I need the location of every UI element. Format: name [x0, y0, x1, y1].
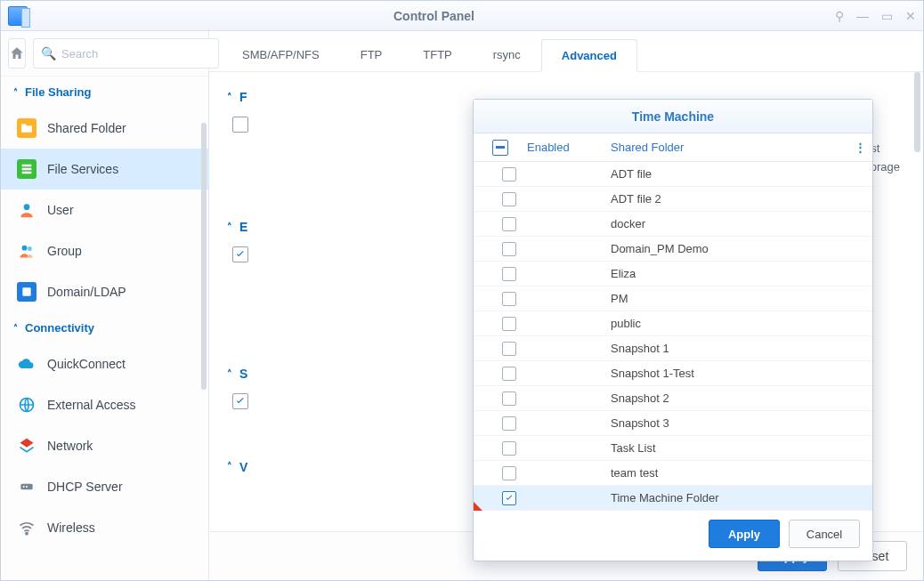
row-folder-name: PM: [607, 292, 872, 305]
globe-icon: [17, 395, 36, 415]
sidebar-item-label: Shared Folder: [47, 121, 126, 135]
dialog-apply-button[interactable]: Apply: [709, 520, 780, 548]
row-folder-name: Snapshot 3: [607, 416, 872, 430]
search-field[interactable]: 🔍: [33, 38, 219, 69]
row-checkbox[interactable]: [502, 192, 516, 206]
svg-point-0: [24, 204, 30, 210]
table-row[interactable]: Task List: [474, 436, 872, 461]
sidebar-group-label: File Sharing: [25, 85, 91, 99]
row-folder-name: Time Machine Folder: [607, 491, 872, 504]
row-folder-name: Snapshot 1-Test: [607, 367, 872, 380]
dhcp-icon: [17, 477, 36, 496]
sidebar-item-network[interactable]: Network: [1, 425, 208, 466]
sidebar-group-connectivity[interactable]: ˄ Connectivity: [1, 312, 208, 343]
group-icon: [17, 241, 36, 261]
row-checkbox[interactable]: [502, 466, 516, 480]
row-checkbox[interactable]: [502, 267, 516, 281]
dialog-footer: Apply Cancel: [474, 511, 872, 561]
pin-icon[interactable]: ⚲: [835, 9, 844, 23]
dialog-title: Time Machine: [474, 100, 872, 133]
row-checkbox[interactable]: [502, 242, 516, 256]
dialog-cancel-button[interactable]: Cancel: [789, 520, 860, 548]
table-row[interactable]: Snapshot 1: [474, 336, 872, 361]
table-row[interactable]: docker: [474, 212, 872, 237]
row-checkbox[interactable]: [502, 391, 516, 406]
row-checkbox[interactable]: [502, 416, 516, 431]
svg-point-6: [23, 486, 25, 488]
table-row[interactable]: ADT file 2: [474, 187, 872, 212]
wifi-icon: [17, 518, 36, 537]
sidebar-item-group[interactable]: Group: [1, 230, 208, 271]
row-folder-name: ADT file 2: [607, 192, 872, 206]
row-folder-name: Eliza: [607, 267, 872, 280]
table-row[interactable]: Domain_PM Demo: [474, 237, 872, 262]
home-icon: [9, 45, 25, 61]
row-folder-name: docker: [607, 217, 872, 230]
user-icon: [17, 200, 36, 220]
svg-point-7: [26, 486, 28, 488]
cloud-icon: [17, 354, 36, 374]
window-title: Control Panel: [33, 9, 835, 23]
table-row[interactable]: ADT file: [474, 162, 872, 187]
table-row[interactable]: Snapshot 2: [474, 386, 872, 411]
table-row[interactable]: Time Machine Folder: [474, 486, 872, 511]
services-icon: [17, 159, 36, 179]
row-folder-name: Domain_PM Demo: [607, 242, 872, 255]
table-row[interactable]: team test: [474, 461, 872, 486]
svg-rect-3: [22, 287, 30, 295]
row-checkbox[interactable]: [502, 491, 516, 505]
row-checkbox[interactable]: [502, 292, 516, 306]
sidebar-item-label: User: [47, 203, 74, 217]
row-checkbox[interactable]: [502, 342, 516, 356]
sidebar-item-file-services[interactable]: File Services: [1, 149, 208, 190]
control-panel-window: Control Panel ⚲ — ▭ ✕ 🔍: [0, 0, 924, 581]
svg-point-1: [22, 246, 28, 251]
search-icon: 🔍: [41, 46, 56, 61]
row-checkbox[interactable]: [502, 367, 516, 381]
column-enabled[interactable]: Enabled: [527, 141, 607, 154]
sidebar-item-label: DHCP Server: [47, 480, 123, 494]
home-button[interactable]: [8, 38, 26, 69]
minimize-icon[interactable]: —: [856, 9, 869, 23]
table-row[interactable]: public: [474, 311, 872, 336]
sidebar-group-file-sharing[interactable]: ˄ File Sharing: [1, 77, 208, 108]
sidebar-item-user[interactable]: User: [1, 190, 208, 230]
svg-point-2: [28, 246, 32, 251]
sidebar-item-quickconnect[interactable]: QuickConnect: [1, 343, 208, 384]
table-row[interactable]: Snapshot 1-Test: [474, 361, 872, 386]
row-folder-name: Snapshot 2: [607, 391, 872, 405]
sidebar-item-external-access[interactable]: External Access: [1, 384, 208, 425]
svg-point-8: [26, 533, 28, 535]
row-checkbox[interactable]: [502, 317, 516, 331]
sidebar-item-shared-folder[interactable]: Shared Folder: [1, 108, 208, 149]
search-input[interactable]: [61, 47, 211, 61]
sidebar-item-label: Group: [47, 244, 82, 258]
sidebar-group-label: Connectivity: [25, 321, 94, 335]
modal-overlay: Time Machine Enabled Shared Folder ⋮ ADT…: [209, 31, 923, 580]
table-row[interactable]: Eliza: [474, 262, 872, 286]
select-all-checkbox-indeterminate[interactable]: [492, 140, 508, 156]
unsaved-indicator-icon: [474, 502, 482, 511]
sidebar-item-domain-ldap[interactable]: Domain/LDAP: [1, 271, 208, 312]
sidebar-item-wireless[interactable]: Wireless: [1, 507, 208, 548]
titlebar: Control Panel ⚲ — ▭ ✕: [1, 1, 923, 31]
row-checkbox[interactable]: [502, 441, 516, 456]
scrollbar-thumb[interactable]: [201, 123, 207, 390]
sidebar-item-dhcp-server[interactable]: DHCP Server: [1, 466, 208, 507]
column-shared-folder[interactable]: Shared Folder: [607, 141, 847, 154]
column-options-icon[interactable]: ⋮: [847, 141, 872, 154]
maximize-icon[interactable]: ▭: [881, 9, 893, 23]
table-row[interactable]: Snapshot 3: [474, 411, 872, 436]
sidebar-item-label: Domain/LDAP: [47, 285, 126, 299]
sidebar-item-label: QuickConnect: [47, 357, 126, 371]
sidebar-item-label: File Services: [47, 162, 118, 176]
row-checkbox[interactable]: [502, 217, 516, 231]
chevron-up-icon: ˄: [13, 323, 18, 333]
row-folder-name: Task List: [607, 441, 872, 455]
row-checkbox[interactable]: [502, 167, 516, 182]
network-icon: [17, 436, 36, 456]
main-panel: SMB/AFP/NFS FTP TFTP rsync Advanced ˄ F …: [209, 31, 923, 580]
table-row[interactable]: PM: [474, 286, 872, 311]
close-icon[interactable]: ✕: [905, 9, 916, 23]
folder-icon: [17, 118, 36, 138]
